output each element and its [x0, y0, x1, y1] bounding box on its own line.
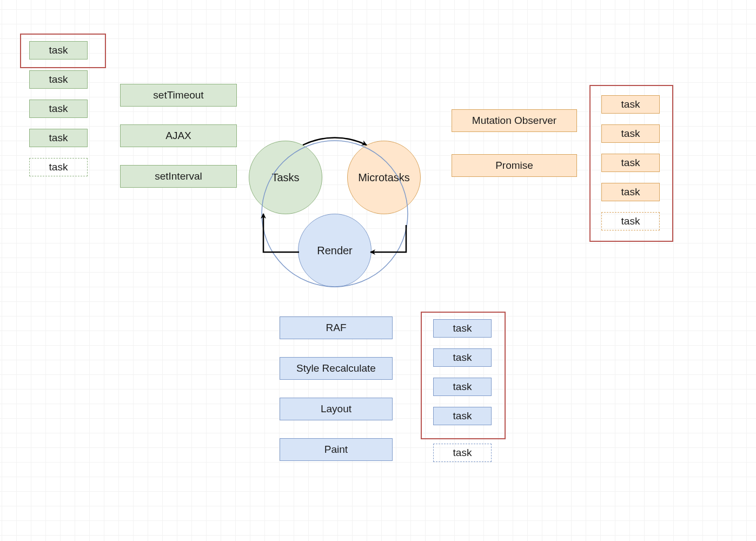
diagram-canvas: task task task task task setTimeout AJAX…	[0, 0, 756, 541]
render-queue-item: task	[433, 407, 492, 425]
render-queue-item: task	[433, 378, 492, 396]
task-queue-item: task	[29, 100, 88, 118]
render-node-label: Render	[317, 245, 353, 257]
tasks-node: Tasks	[249, 141, 322, 214]
microtasks-node: Microtasks	[347, 141, 421, 214]
render-queue-placeholder: task	[433, 444, 492, 462]
task-queue-item: task	[29, 129, 88, 147]
render-step-label: Layout	[321, 403, 352, 415]
microtask-queue-label: task	[621, 186, 640, 198]
render-step-item: Layout	[280, 398, 393, 420]
task-source-item: setTimeout	[120, 84, 237, 107]
render-step-label: Style Recalculate	[296, 362, 376, 374]
microtask-queue-item: task	[601, 183, 660, 201]
render-queue-label: task	[453, 352, 472, 364]
render-queue-item: task	[433, 319, 492, 338]
microtask-source-item: Mutation Observer	[452, 109, 577, 132]
microtask-source-label: Promise	[495, 160, 533, 171]
microtask-queue-label: task	[621, 128, 640, 140]
tasks-node-label: Tasks	[271, 171, 299, 184]
microtask-queue-label: task	[621, 215, 640, 227]
microtasks-node-label: Microtasks	[358, 171, 410, 184]
microtask-queue-item: task	[601, 124, 660, 143]
task-source-label: AJAX	[165, 130, 191, 142]
render-step-label: Paint	[324, 444, 348, 456]
task-source-item: setInterval	[120, 165, 237, 188]
render-step-item: Style Recalculate	[280, 357, 393, 380]
task-queue-item: task	[29, 70, 88, 89]
task-queue-label: task	[49, 161, 68, 173]
render-step-item: Paint	[280, 438, 393, 461]
render-queue-label: task	[453, 322, 472, 334]
render-queue-label: task	[453, 447, 472, 459]
task-queue-label: task	[49, 44, 68, 56]
task-queue-label: task	[49, 103, 68, 115]
microtask-queue-label: task	[621, 157, 640, 169]
task-queue-item: task	[29, 41, 88, 60]
microtask-queue-item: task	[601, 154, 660, 172]
render-queue-label: task	[453, 381, 472, 393]
task-source-label: setInterval	[155, 170, 202, 182]
task-source-label: setTimeout	[153, 89, 203, 101]
render-queue-label: task	[453, 410, 472, 422]
task-queue-label: task	[49, 132, 68, 144]
task-source-item: AJAX	[120, 124, 237, 147]
task-queue-placeholder: task	[29, 158, 88, 176]
microtask-queue-placeholder: task	[601, 212, 660, 230]
render-queue-item: task	[433, 348, 492, 367]
render-node: Render	[298, 214, 372, 287]
microtask-queue-label: task	[621, 98, 640, 110]
microtask-source-label: Mutation Observer	[472, 115, 556, 127]
microtask-source-item: Promise	[452, 154, 577, 177]
microtask-queue-item: task	[601, 95, 660, 114]
render-step-item: RAF	[280, 316, 393, 339]
task-queue-label: task	[49, 74, 68, 85]
render-step-label: RAF	[326, 322, 347, 334]
